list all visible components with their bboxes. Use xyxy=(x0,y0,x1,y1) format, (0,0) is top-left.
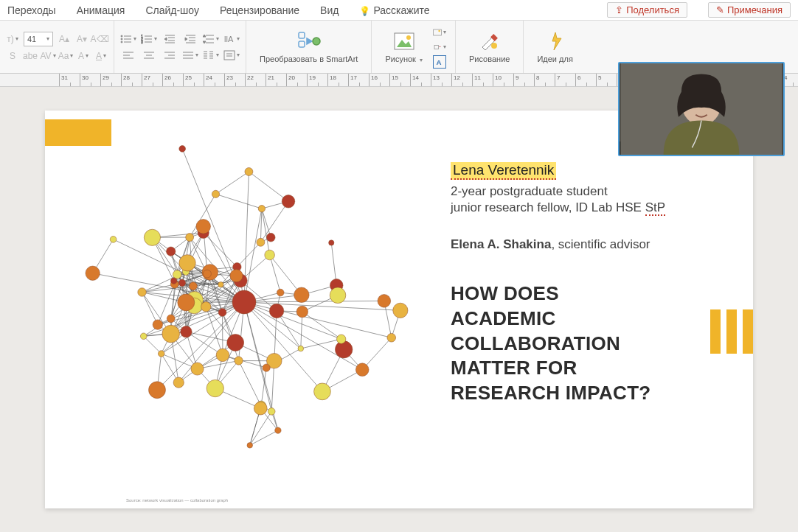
svg-point-354 xyxy=(216,349,229,362)
svg-point-357 xyxy=(207,379,223,396)
svg-point-362 xyxy=(298,346,304,351)
svg-point-323 xyxy=(212,190,219,197)
increase-font-icon[interactable]: A▴ xyxy=(58,32,71,46)
vertical-align-icon[interactable]: ▾ xyxy=(223,49,240,62)
svg-point-337 xyxy=(140,333,147,340)
svg-point-339 xyxy=(393,303,408,318)
svg-point-332 xyxy=(296,306,308,318)
svg-text:A: A xyxy=(437,57,442,66)
share-icon: ⇪ xyxy=(615,4,623,15)
text-direction-icon[interactable]: llA▾ xyxy=(223,32,240,46)
svg-line-132 xyxy=(237,242,260,267)
svg-line-134 xyxy=(249,172,288,201)
svg-point-345 xyxy=(258,206,265,212)
svg-point-373 xyxy=(179,146,186,153)
pic-tool1-icon[interactable]: ▾ xyxy=(433,26,446,39)
clear-format-icon[interactable]: A⌫ xyxy=(93,32,106,46)
svg-point-342 xyxy=(181,326,192,337)
svg-point-64 xyxy=(491,43,497,49)
svg-point-380 xyxy=(232,290,256,314)
svg-point-338 xyxy=(138,288,147,297)
pic-tool2-icon[interactable]: ▾ xyxy=(433,41,446,54)
svg-point-344 xyxy=(196,220,211,234)
menu-tellme[interactable]: Расскажите xyxy=(359,4,429,16)
menu-animation[interactable]: Анимация xyxy=(77,4,125,16)
svg-point-317 xyxy=(191,363,204,375)
ideas-button[interactable]: Идеи для xyxy=(530,28,580,65)
svg-point-371 xyxy=(275,427,281,433)
slide[interactable]: Lena Veretennik 2-year postgraduate stud… xyxy=(45,111,753,508)
svg-rect-51 xyxy=(299,32,305,38)
share-button[interactable]: ⇪ Поделиться xyxy=(607,2,687,18)
menu-slideshow[interactable]: Слайд-шоу xyxy=(145,4,199,16)
menu-review[interactable]: Рецензирование xyxy=(220,4,299,16)
svg-marker-14 xyxy=(164,38,167,41)
video-call-overlay[interactable]: Lena Veretennik xyxy=(618,62,785,156)
align-center-icon[interactable] xyxy=(141,49,157,62)
svg-point-377 xyxy=(86,266,100,280)
align-left-icon[interactable] xyxy=(120,49,136,62)
svg-point-321 xyxy=(230,270,243,282)
svg-text:3: 3 xyxy=(141,40,143,44)
svg-line-176 xyxy=(142,284,175,293)
highlight-icon[interactable]: A▾ xyxy=(77,49,90,63)
svg-line-203 xyxy=(142,286,193,292)
svg-point-347 xyxy=(167,247,176,256)
strike-icon[interactable]: abe xyxy=(24,49,37,63)
svg-point-366 xyxy=(265,250,275,260)
svg-marker-25 xyxy=(203,35,206,37)
svg-line-187 xyxy=(250,411,271,445)
indent-icon[interactable] xyxy=(182,32,198,46)
svg-point-379 xyxy=(254,402,267,415)
svg-point-365 xyxy=(178,279,185,286)
font-color-icon[interactable]: A▾ xyxy=(94,49,108,63)
ideas-icon xyxy=(544,29,567,53)
svg-rect-60 xyxy=(434,45,438,49)
svg-point-384 xyxy=(692,103,696,106)
svg-line-164 xyxy=(239,360,262,405)
line-spacing-icon[interactable]: ▾ xyxy=(203,32,219,46)
svg-line-295 xyxy=(270,255,281,293)
font-size-select[interactable]: 41▾ xyxy=(24,32,53,46)
svg-point-334 xyxy=(189,282,197,290)
svg-point-312 xyxy=(153,320,162,329)
spacing-icon[interactable]: AV▾ xyxy=(41,49,55,63)
justify-icon[interactable]: ▾ xyxy=(182,49,198,62)
menu-view[interactable]: Вид xyxy=(320,4,339,16)
svg-point-2 xyxy=(121,38,122,40)
svg-point-315 xyxy=(144,229,160,245)
decrease-font-icon[interactable]: A▾ xyxy=(75,32,89,46)
slide-title: HOW DOES ACADEMIC COLLABORATION MATTER F… xyxy=(451,281,731,406)
case-icon[interactable]: Aa▾ xyxy=(59,49,72,63)
menu-transitions[interactable]: Переходы xyxy=(7,4,56,16)
picture-group: Рисунок ▾ ▾ ▾ A xyxy=(372,21,456,73)
drawing-button[interactable]: Рисование xyxy=(462,28,517,65)
numbering-icon[interactable]: 123▾ xyxy=(141,32,157,46)
svg-point-54 xyxy=(313,38,320,45)
picture-button[interactable]: Рисунок ▾ xyxy=(378,23,430,71)
svg-point-368 xyxy=(277,289,284,296)
columns-icon[interactable]: ▾ xyxy=(203,49,219,62)
svg-marker-19 xyxy=(185,38,187,41)
svg-point-361 xyxy=(110,236,117,242)
svg-point-310 xyxy=(218,309,226,317)
advisor-line: Elena A. Shakina, scientific advisor xyxy=(451,237,731,252)
font-family-dropdown[interactable]: т)▾ xyxy=(6,32,19,46)
svg-point-325 xyxy=(158,351,164,357)
align-right-icon[interactable] xyxy=(162,49,178,62)
notes-button[interactable]: ✎ Примечания xyxy=(708,2,791,18)
outdent-icon[interactable] xyxy=(162,32,178,46)
svg-point-59 xyxy=(438,29,440,32)
svg-point-340 xyxy=(227,335,244,351)
bullets-icon[interactable]: ▾ xyxy=(120,32,136,46)
svg-line-248 xyxy=(262,209,270,255)
font-group: т)▾ 41▾ A▴ A▾ A⌫ S abe AV▾ Aa▾ A▾ A▾ xyxy=(0,21,114,73)
pic-tool3-icon[interactable]: A xyxy=(433,55,446,69)
svg-point-358 xyxy=(149,382,166,399)
bold-icon[interactable]: S xyxy=(6,49,19,63)
svg-point-375 xyxy=(171,278,177,284)
smartart-button[interactable]: Преобразовать в SmartArt xyxy=(252,28,365,65)
network-graph xyxy=(74,140,429,464)
svg-rect-48 xyxy=(224,51,235,60)
paragraph-group: ▾ 123▾ ▾ llA▾ xyxy=(114,21,246,73)
